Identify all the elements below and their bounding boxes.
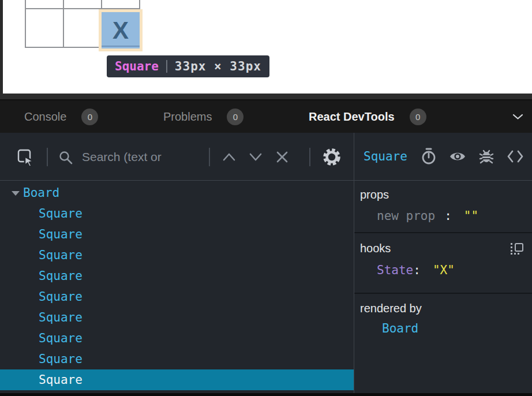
toolbar-divider [47,148,48,166]
tree-toolbar [0,133,354,181]
inspect-tooltip: Square 33px × 33px [107,55,269,77]
component-details-panel: Square [354,133,532,396]
console-count-badge: 0 [81,109,98,125]
devtools-resize-handle[interactable] [0,94,532,100]
rendered-by-section: rendered by Board [354,294,532,396]
inspect-dom-eye-icon[interactable] [449,150,466,163]
inspect-element-icon[interactable] [17,148,35,167]
components-tree-panel: Board Square Square Square Square Square… [0,133,354,396]
tree-item-square[interactable]: Square [0,286,354,307]
state-value[interactable]: "X" [433,263,455,277]
hooks-section: hooks State : "X" [354,233,532,293]
tree-item-board[interactable]: Board [0,182,354,203]
tree-item-square[interactable]: Square [0,328,354,349]
tree-item-square[interactable]: Square [0,203,354,224]
react-devtools-window: X Square 33px × 33px Console 0 Problems … [0,0,532,396]
window-edge [0,0,3,94]
react-devtools-panel: Board Square Square Square Square Square… [0,133,532,396]
inspected-page: X Square 33px × 33px [0,0,532,94]
clear-search-icon[interactable] [274,148,291,166]
tooltip-divider [166,60,167,73]
window-bottom-edge [0,393,532,396]
tree-item-square-selected[interactable]: Square [0,369,354,390]
rendered-by-board-link[interactable]: Board [360,322,526,335]
search-icon [58,150,73,165]
tree-item-square[interactable]: Square [0,266,354,286]
tree-item-square[interactable]: Square [0,245,354,266]
rendered-by-heading: rendered by [360,302,526,315]
tooltip-dimensions: 33px × 33px [175,59,261,73]
tree-item-square[interactable]: Square [0,224,354,245]
search-input[interactable] [82,145,204,169]
new-prop-input[interactable]: new prop [377,209,435,223]
prop-value-input[interactable]: "" [464,209,478,223]
tree-item-square[interactable]: Square [0,349,354,369]
problems-count-badge: 0 [227,109,243,125]
inspect-highlight-overlay: X [99,9,143,51]
tree-item-square[interactable]: Square [0,307,354,328]
react-devtools-count-badge: 0 [410,109,426,125]
tab-console[interactable]: Console 0 [24,100,98,133]
settings-gear-icon[interactable] [321,147,342,167]
hooks-heading: hooks [360,242,391,255]
next-result-icon[interactable] [248,152,263,162]
tooltip-component-name: Square [115,59,159,73]
chevron-down-icon[interactable] [512,114,523,120]
expander-triangle-icon[interactable] [12,191,20,196]
selected-component-title: Square [364,150,407,163]
devtools-tabbar: Console 0 Problems 0 React DevTools 0 [0,100,532,133]
parse-hook-names-icon[interactable] [511,243,523,255]
toolbar-divider [309,148,310,166]
suspend-timer-icon[interactable] [421,147,437,166]
view-source-code-icon[interactable] [507,150,524,163]
component-tree: Board Square Square Square Square Square… [0,181,354,390]
tab-react-devtools[interactable]: React DevTools 0 [309,100,426,133]
props-heading: props [360,188,526,201]
props-section: props new prop : "" [354,181,532,232]
previous-result-icon[interactable] [222,152,237,162]
tab-problems[interactable]: Problems 0 [163,100,243,133]
square-cell-button[interactable]: X [102,12,140,48]
state-hook-label: State [377,263,413,277]
details-header: Square [354,133,532,181]
toolbar-divider [209,148,210,166]
debug-bug-icon[interactable] [478,148,494,165]
